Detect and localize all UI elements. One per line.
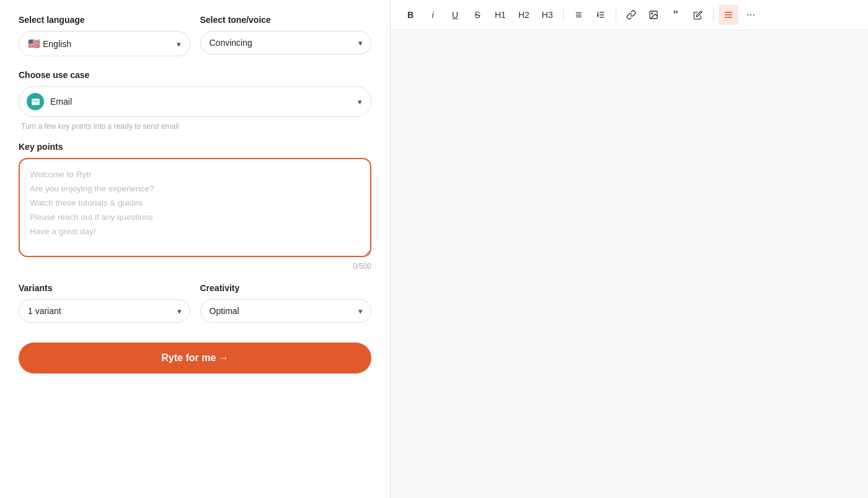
unordered-list-button[interactable]: ≡ bbox=[569, 5, 588, 25]
ordered-list-button[interactable] bbox=[591, 5, 611, 25]
toolbar-separator-1 bbox=[563, 9, 564, 21]
creativity-select-wrapper[interactable]: Optimal Low Medium High Max ▾ bbox=[200, 299, 372, 323]
key-points-textarea[interactable] bbox=[19, 158, 371, 257]
tone-select-wrapper[interactable]: Convincing Professional Casual Witty ▾ bbox=[200, 31, 372, 55]
strikethrough-button[interactable]: S bbox=[467, 5, 487, 25]
h1-button[interactable]: H1 bbox=[490, 5, 511, 25]
tone-col: Select tone/voice Convincing Professiona… bbox=[200, 15, 372, 56]
h3-button[interactable]: H3 bbox=[537, 5, 558, 25]
ryte-button-label: Ryte for me → bbox=[161, 352, 228, 364]
language-tone-row: Select language 🇺🇸 English ▾ English Spa… bbox=[19, 15, 371, 56]
toolbar-separator-3 bbox=[713, 9, 714, 21]
right-panel: B i U S H1 H2 H3 ≡ bbox=[391, 0, 868, 498]
key-points-label: Key points bbox=[19, 142, 371, 152]
svg-point-4 bbox=[651, 13, 652, 14]
left-panel: Select language 🇺🇸 English ▾ English Spa… bbox=[0, 0, 391, 498]
key-points-section: Key points 0/500 bbox=[19, 142, 371, 271]
image-button[interactable] bbox=[644, 5, 663, 25]
tone-select[interactable]: Convincing Professional Casual Witty bbox=[200, 31, 372, 55]
language-label: Select language bbox=[19, 15, 190, 25]
language-col: Select language 🇺🇸 English ▾ English Spa… bbox=[19, 15, 190, 56]
editor-toolbar: B i U S H1 H2 H3 ≡ bbox=[391, 0, 868, 30]
underline-button[interactable]: U bbox=[445, 5, 465, 25]
creativity-col: Creativity Optimal Low Medium High Max ▾ bbox=[200, 283, 372, 323]
variants-select[interactable]: 1 variant 2 variants 3 variants bbox=[19, 299, 190, 323]
toolbar-separator-2 bbox=[616, 9, 616, 21]
use-case-hint: Turn a few key points into a ready to se… bbox=[19, 122, 371, 131]
more-button[interactable]: ⋯ bbox=[741, 5, 761, 25]
tone-label: Select tone/voice bbox=[200, 15, 372, 25]
use-case-label: Choose use case bbox=[19, 70, 371, 80]
quote-button[interactable]: " bbox=[666, 5, 686, 25]
pen-button[interactable] bbox=[688, 5, 708, 25]
char-count: 0/500 bbox=[19, 262, 371, 271]
creativity-label: Creativity bbox=[200, 283, 372, 293]
variants-col: Variants 1 variant 2 variants 3 variants… bbox=[19, 283, 190, 323]
h2-button[interactable]: H2 bbox=[513, 5, 534, 25]
creativity-select[interactable]: Optimal Low Medium High Max bbox=[200, 299, 372, 323]
link-button[interactable] bbox=[621, 5, 641, 25]
align-button[interactable] bbox=[719, 5, 738, 25]
bold-button[interactable]: B bbox=[401, 5, 420, 25]
language-select-wrapper[interactable]: 🇺🇸 English ▾ English Spanish French Germ… bbox=[19, 31, 190, 56]
use-case-section: Choose use case Email ▾ Email Blog Post … bbox=[19, 70, 371, 117]
variants-label: Variants bbox=[19, 283, 190, 293]
editor-content[interactable] bbox=[391, 30, 868, 498]
use-case-select-wrapper[interactable]: Email ▾ Email Blog Post Ad Copy bbox=[19, 86, 371, 117]
variants-select-wrapper[interactable]: 1 variant 2 variants 3 variants ▾ bbox=[19, 299, 190, 323]
variants-creativity-row: Variants 1 variant 2 variants 3 variants… bbox=[19, 283, 371, 323]
ryte-for-me-button[interactable]: Ryte for me → bbox=[19, 343, 371, 374]
italic-button[interactable]: i bbox=[423, 5, 443, 25]
